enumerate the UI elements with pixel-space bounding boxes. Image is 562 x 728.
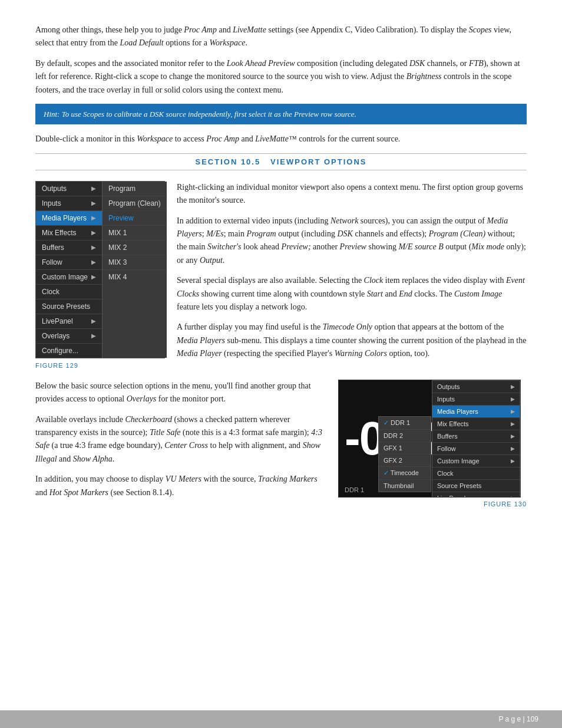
ctx-item-custom-image[interactable]: Custom Image▶ xyxy=(36,270,102,285)
ctx-item-inputs[interactable]: Inputs▶ xyxy=(36,196,102,211)
context-menu: Outputs▶ Inputs▶ Media Players▶ Mix Effe… xyxy=(35,181,165,358)
figure-130-container: -05:2 DDR 1 Outputs▶ Inputs▶ Media Playe… xyxy=(338,380,527,508)
bottom-section: Below the basic source selection options… xyxy=(35,380,527,508)
ctx-item-configure[interactable]: Configure... xyxy=(36,344,102,358)
mctx-buffers[interactable]: Buffers▶ xyxy=(432,430,520,443)
page-footer: P a g e | 109 xyxy=(0,710,562,728)
mctx-sub-timecode[interactable]: Timecode xyxy=(379,467,431,480)
ctx-item-clock[interactable]: Clock xyxy=(36,285,102,299)
page-number: P a g e | 109 xyxy=(498,715,538,723)
bottom-text: Below the basic source selection options… xyxy=(35,380,326,506)
mctx-mix-effects[interactable]: Mix Effects▶ xyxy=(432,418,520,430)
bottom-p3: In addition, you may choose to display V… xyxy=(35,473,326,499)
ctx-item-overlays[interactable]: Overlays▶ xyxy=(36,329,102,344)
ctx-right-program-clean[interactable]: Program (Clean) xyxy=(103,196,167,211)
section-label: SECTION 10.5 xyxy=(195,157,260,166)
ctx-item-buffers[interactable]: Buffers▶ xyxy=(36,241,102,255)
mctx-livepanel[interactable]: LivePanel▶ xyxy=(432,492,520,498)
viewport-p4: A further display you may find useful is… xyxy=(177,321,527,360)
mctx-sub-gfx2[interactable]: GFX 2 xyxy=(379,454,431,467)
mctx-inputs[interactable]: Inputs▶ xyxy=(432,393,520,406)
ctx-right-mix4[interactable]: MIX 4 xyxy=(103,270,167,284)
ctx-right-mix2[interactable]: MIX 2 xyxy=(103,241,167,255)
mctx-outputs[interactable]: Outputs▶ xyxy=(432,381,520,393)
ctx-menu-right: Program Program (Clean) Preview MIX 1 MI… xyxy=(102,182,167,358)
mctx-clock[interactable]: Clock xyxy=(432,467,520,480)
mctx-sub-ddr1[interactable]: DDR 1 xyxy=(379,417,431,430)
hint-box: Hint: To use Scopes to calibrate a DSK s… xyxy=(35,104,527,125)
ctx-item-livepanel[interactable]: LivePanel▶ xyxy=(36,314,102,329)
ctx-right-mix1[interactable]: MIX 1 xyxy=(103,226,167,241)
ctx-item-mix-effects[interactable]: Mix Effects▶ xyxy=(36,226,102,241)
ctx-right-mix3[interactable]: MIX 3 xyxy=(103,255,167,270)
mctx-sub-gfx1[interactable]: GFX 1 xyxy=(379,442,431,454)
ctx-item-source-presets[interactable]: Source Presets xyxy=(36,299,102,314)
monitor-source-label: DDR 1 xyxy=(345,486,364,493)
section-content: Outputs▶ Inputs▶ Media Players▶ Mix Effe… xyxy=(35,181,527,369)
ctx-item-outputs[interactable]: Outputs▶ xyxy=(36,182,102,196)
paragraph-1: Among other things, these help you to ju… xyxy=(35,24,527,50)
mctx-media-players-submenu: DDR 1 DDR 2 GFX 1 GFX 2 Timecode Thumbna… xyxy=(378,416,431,492)
paragraph-3: Double-click a monitor in this Workspace… xyxy=(35,133,527,146)
ctx-menu-left: Outputs▶ Inputs▶ Media Players▶ Mix Effe… xyxy=(36,182,102,358)
figure-129-container: Outputs▶ Inputs▶ Media Players▶ Mix Effe… xyxy=(35,181,165,369)
ctx-right-preview[interactable]: Preview xyxy=(103,211,167,226)
viewport-options-text: Right-clicking an individual monitor vie… xyxy=(177,181,527,369)
mctx-follow[interactable]: Follow▶ xyxy=(432,443,520,455)
mctx-sub-thumbnail[interactable]: Thumbnail xyxy=(379,480,431,492)
mctx-sub-ddr2[interactable]: DDR 2 xyxy=(379,430,431,442)
monitor-display: -05:2 DDR 1 Outputs▶ Inputs▶ Media Playe… xyxy=(338,380,521,498)
figure-130-label: FIGURE 130 xyxy=(338,500,527,508)
viewport-p3: Several special displays are also availa… xyxy=(177,274,527,314)
hint-text: Hint: To use Scopes to calibrate a DSK s… xyxy=(44,110,356,118)
viewport-p2: In addition to external video inputs (in… xyxy=(177,215,527,268)
mctx-custom-image[interactable]: Custom Image▶ xyxy=(432,455,520,467)
ctx-item-media-players[interactable]: Media Players▶ xyxy=(36,211,102,226)
bottom-p2: Available overlays include Checkerboard … xyxy=(35,413,326,466)
viewport-p1: Right-clicking an individual monitor vie… xyxy=(177,181,527,207)
mctx-media-players[interactable]: Media Players▶ xyxy=(432,406,520,418)
bottom-p1: Below the basic source selection options… xyxy=(35,380,326,406)
monitor-context-menu: Outputs▶ Inputs▶ Media Players▶ Mix Effe… xyxy=(432,380,520,498)
mctx-source-presets[interactable]: Source Presets xyxy=(432,480,520,492)
section-title: VIEWPORT OPTIONS xyxy=(270,157,366,166)
ctx-item-follow[interactable]: Follow▶ xyxy=(36,255,102,270)
paragraph-2: By default, scopes and the associated mo… xyxy=(35,57,527,97)
section-heading: SECTION 10.5 VIEWPORT OPTIONS xyxy=(35,153,527,170)
figure-129-label: FIGURE 129 xyxy=(35,362,165,369)
ctx-right-program[interactable]: Program xyxy=(103,182,167,196)
